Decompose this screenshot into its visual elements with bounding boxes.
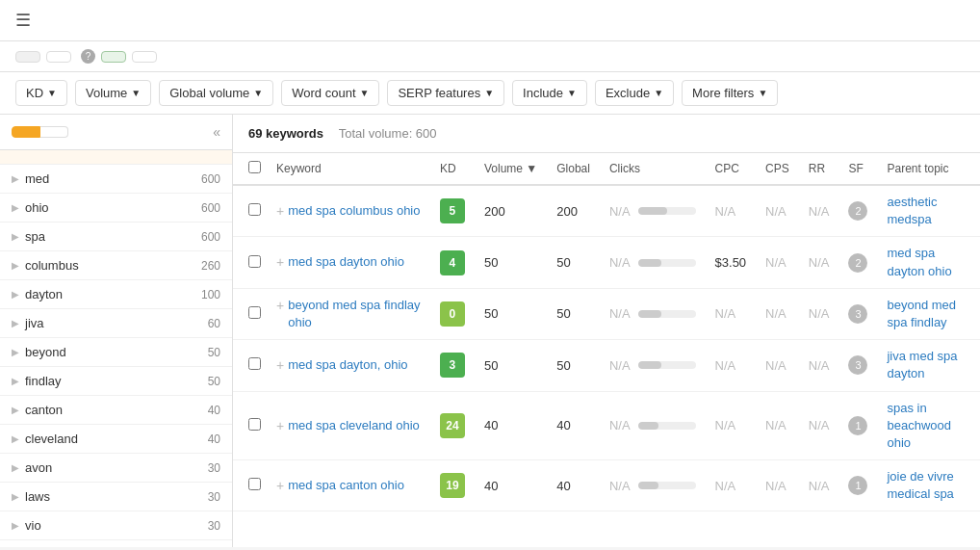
add-keyword-btn[interactable]: + — [276, 254, 284, 270]
sidebar-count: 40 — [208, 404, 220, 417]
parent-topic-link[interactable]: med spa dayton ohio — [887, 246, 951, 277]
td-parent-topic: joie de vivre medical spa — [877, 460, 980, 511]
row-checkbox[interactable] — [248, 306, 261, 319]
sidebar-item[interactable]: ▶ laws 30 — [0, 483, 232, 511]
td-clicks: N/A — [600, 391, 706, 460]
mode-label: ? — [77, 49, 95, 64]
filter-word-count[interactable]: Word count ▼ — [281, 80, 379, 106]
td-global: 200 — [547, 185, 600, 237]
keyword-link[interactable]: med spa canton ohio — [288, 477, 404, 494]
keyword-link[interactable]: med spa cleveland ohio — [288, 417, 420, 434]
sidebar-item[interactable]: ▶ beyond 50 — [0, 338, 232, 367]
th-rr[interactable]: RR — [799, 153, 839, 185]
sidebar-count: 60 — [208, 317, 220, 330]
filter-more[interactable]: More filters ▼ — [682, 80, 778, 106]
keyword-link[interactable]: med spa columbus ohio — [288, 202, 420, 220]
kd-badge: 0 — [440, 301, 465, 327]
th-cps[interactable]: CPS — [756, 153, 799, 185]
add-keyword-btn[interactable]: + — [276, 357, 284, 373]
filter-include[interactable]: Include ▼ — [512, 80, 587, 106]
th-cpc[interactable]: CPC — [706, 153, 757, 185]
td-global: 50 — [547, 340, 600, 391]
sidebar-item[interactable]: ▶ dayton 100 — [0, 280, 232, 309]
td-sf: 1 — [838, 460, 877, 511]
mode-info-icon[interactable]: ? — [81, 49, 95, 64]
row-checkbox[interactable] — [248, 478, 261, 490]
row-checkbox[interactable] — [248, 255, 261, 268]
tab-phrase-match[interactable] — [132, 51, 157, 63]
td-rr: N/A — [799, 460, 839, 511]
td-checkbox — [233, 340, 267, 391]
th-parent-topic[interactable]: Parent topic — [877, 153, 980, 185]
sidebar-arrow: ▶ — [12, 433, 19, 444]
sidebar-item[interactable]: ▶ vio 30 — [0, 511, 232, 540]
keyword-link[interactable]: med spa dayton ohio — [288, 253, 404, 271]
filter-exclude[interactable]: Exclude ▼ — [595, 80, 674, 106]
filter-global-volume[interactable]: Global volume ▼ — [159, 80, 273, 106]
sidebar-item[interactable]: ▶ cleveland 40 — [0, 425, 232, 454]
row-checkbox[interactable] — [248, 418, 261, 431]
table-row: + med spa dayton, ohio 3 50 50 N/A N/A N… — [233, 340, 980, 391]
tab-all[interactable] — [15, 51, 40, 63]
sidebar-item[interactable]: ▶ findlay 50 — [0, 367, 232, 396]
tab-questions[interactable] — [46, 51, 71, 63]
td-parent-topic: aesthetic medspa — [877, 185, 980, 237]
row-checkbox[interactable] — [248, 203, 261, 216]
results-total-volume: Total volume: 600 — [339, 126, 437, 141]
th-volume[interactable]: Volume ▼ — [475, 153, 547, 185]
sidebar-tab-terms[interactable] — [12, 126, 40, 138]
add-keyword-btn[interactable]: + — [276, 478, 284, 493]
td-checkbox — [233, 391, 267, 460]
menu-icon[interactable]: ☰ — [15, 10, 31, 31]
parent-topic-link[interactable]: aesthetic medspa — [887, 195, 937, 226]
sidebar-count: 30 — [208, 490, 220, 504]
collapse-sidebar-btn[interactable]: « — [213, 124, 220, 140]
td-clicks: N/A — [600, 340, 706, 391]
sidebar-item[interactable]: ▶ jiva 60 — [0, 309, 232, 338]
keyword-link[interactable]: beyond med spa findlay ohio — [288, 297, 421, 331]
th-global[interactable]: Global — [547, 153, 600, 185]
th-clicks[interactable]: Clicks — [600, 153, 706, 185]
td-global: 40 — [547, 460, 600, 511]
add-keyword-btn[interactable]: + — [276, 298, 284, 313]
parent-topic-link[interactable]: spas in beachwood ohio — [887, 401, 951, 450]
td-checkbox — [233, 460, 267, 511]
th-checkbox — [233, 153, 267, 185]
th-sf[interactable]: SF — [838, 153, 877, 185]
filter-kd[interactable]: KD ▼ — [15, 80, 67, 106]
sidebar-item-all[interactable] — [0, 150, 232, 165]
sidebar-item[interactable]: ▶ avon 30 — [0, 454, 232, 483]
tab-terms-match[interactable] — [101, 51, 126, 63]
select-all-checkbox[interactable] — [248, 161, 261, 173]
th-keyword[interactable]: Keyword — [267, 153, 430, 185]
keyword-link[interactable]: med spa dayton, ohio — [288, 356, 407, 374]
sidebar-tab-parent-topics[interactable] — [40, 126, 68, 138]
sidebar-item[interactable]: ▶ med 600 — [0, 165, 232, 194]
td-kd: 3 — [430, 340, 475, 391]
add-keyword-btn[interactable]: + — [276, 203, 284, 219]
parent-topic-link[interactable]: joie de vivre medical spa — [887, 469, 953, 501]
filter-volume[interactable]: Volume ▼ — [75, 80, 151, 106]
td-kd: 24 — [430, 391, 475, 460]
sidebar-item[interactable]: ▶ ohio 600 — [0, 194, 232, 223]
tabs-bar: ? — [0, 41, 980, 72]
sidebar-arrow: ▶ — [12, 202, 19, 213]
sidebar-item[interactable]: ▶ canton 40 — [0, 396, 232, 425]
sidebar-header: « — [0, 115, 232, 150]
td-volume: 50 — [475, 340, 547, 391]
sidebar-list: ▶ med 600 ▶ ohio 600 ▶ spa 600 ▶ columbu… — [0, 150, 232, 547]
th-kd[interactable]: KD — [430, 153, 475, 185]
sidebar-arrow: ▶ — [12, 405, 19, 415]
sidebar-count: 30 — [208, 519, 220, 533]
sidebar-item[interactable]: ▶ spa 600 — [0, 223, 232, 251]
row-checkbox[interactable] — [248, 357, 261, 370]
td-cps: N/A — [756, 288, 799, 339]
filter-serp-features[interactable]: SERP features ▼ — [387, 80, 504, 106]
td-checkbox — [233, 237, 267, 288]
sidebar-count: 600 — [201, 172, 220, 186]
sidebar-arrow: ▶ — [12, 289, 19, 300]
add-keyword-btn[interactable]: + — [276, 418, 284, 433]
parent-topic-link[interactable]: jiva med spa dayton — [887, 349, 957, 380]
parent-topic-link[interactable]: beyond med spa findlay — [887, 298, 956, 329]
sidebar-item[interactable]: ▶ columbus 260 — [0, 251, 232, 280]
